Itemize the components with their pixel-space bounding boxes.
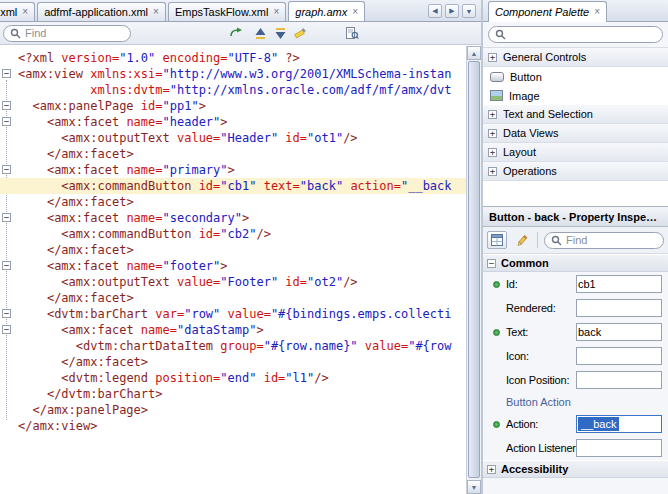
tab-label: Component Palette	[495, 6, 589, 18]
scrollbar-down-arrow[interactable]: ▼	[467, 480, 481, 494]
highlight-occurrences-icon[interactable]	[291, 24, 309, 42]
code-line[interactable]: − <dvtm:barChart var="row" value="#{bind…	[0, 306, 466, 322]
fold-toggle-icon[interactable]: −	[2, 117, 11, 126]
scrollbar-up-arrow[interactable]: ▲	[467, 46, 481, 60]
fold-toggle-icon[interactable]: −	[2, 165, 11, 174]
property-value-field-actionlistener[interactable]	[576, 439, 662, 457]
code-line[interactable]: −<amx:view xmlns:xsi="http://www.w3.org/…	[0, 66, 466, 82]
code-line[interactable]: − <amx:facet name="dataStamp">	[0, 322, 466, 338]
code-line[interactable]: <amx:outputText value="Header" id="ot1"/…	[0, 130, 466, 146]
code-line[interactable]: − <amx:facet name="primary">	[0, 162, 466, 178]
palette-group-operations[interactable]: +Operations	[483, 162, 668, 181]
section-common[interactable]: − Common	[483, 254, 668, 272]
goto-last-edit-icon[interactable]	[227, 24, 245, 42]
editor-tab-graph.amx[interactable]: graph.amx×	[288, 1, 365, 21]
fold-toggle-icon[interactable]: −	[2, 213, 11, 222]
tab-scroll-right-button[interactable]: ▶	[445, 4, 459, 18]
tab-close-icon[interactable]: ×	[153, 7, 159, 17]
tab-component-palette[interactable]: Component Palette ×	[488, 1, 607, 22]
tab-list-button[interactable]: ▼	[462, 4, 476, 18]
inspector-title: Button - back - Property Inspector	[489, 211, 662, 223]
code-line[interactable]: <amx:commandButton id="cb2"/>	[0, 226, 466, 242]
button-action-subsection: Button Action	[483, 392, 668, 412]
tab-close-icon[interactable]: ×	[22, 7, 28, 17]
fold-toggle-icon[interactable]: −	[2, 309, 11, 318]
expand-icon[interactable]: +	[488, 148, 497, 157]
tab-scroll-left-button[interactable]: ◀	[428, 4, 442, 18]
expand-icon[interactable]: +	[488, 129, 497, 138]
code-line[interactable]: <dvtm:legend position="end" id="l1"/>	[0, 370, 466, 386]
expand-icon[interactable]: +	[488, 110, 497, 119]
tab-label: graph.amx	[295, 6, 347, 18]
edit-pencil-icon[interactable]	[511, 231, 531, 249]
code-line[interactable]: </dvtm:barChart>	[0, 386, 466, 402]
palette-item-label: Layout	[503, 146, 536, 158]
palette-group-layout[interactable]: +Layout	[483, 143, 668, 162]
property-inspector-panel: Button - back - Property Inspector Find …	[483, 206, 668, 494]
property-value-field-rendered[interactable]	[576, 299, 662, 317]
property-value-field-action[interactable]: __back	[576, 415, 662, 433]
editor-tab-adfmf-application.xml[interactable]: adfmf-application.xml×	[37, 2, 166, 21]
fold-toggle-icon[interactable]: −	[2, 325, 11, 334]
code-line[interactable]: <?xml version="1.0" encoding="UTF-8" ?>	[0, 50, 466, 66]
property-value-field-iconposition[interactable]	[576, 371, 662, 389]
inspector-find-box[interactable]: Find	[544, 232, 664, 249]
code-line[interactable]: − <amx:facet name="footer">	[0, 258, 466, 274]
palette-item-image[interactable]: Image	[483, 86, 668, 105]
palette-group-data-views[interactable]: +Data Views	[483, 124, 668, 143]
find-next-icon[interactable]	[271, 24, 289, 42]
code-line[interactable]: </amx:facet>	[0, 194, 466, 210]
tab-close-icon[interactable]: ×	[594, 7, 600, 17]
code-editor[interactable]: <?xml version="1.0" encoding="UTF-8" ?>−…	[0, 46, 481, 494]
section-label: Accessibility	[501, 463, 568, 475]
expand-icon[interactable]: +	[488, 167, 497, 176]
gutter	[0, 178, 16, 194]
quick-find-box[interactable]: Find	[3, 25, 131, 42]
section-accessibility[interactable]: + Accessibility	[483, 460, 668, 478]
code-line[interactable]: − <amx:facet name="header">	[0, 114, 466, 130]
tab-close-icon[interactable]: ×	[273, 7, 279, 17]
code-line[interactable]: </amx:facet>	[0, 290, 466, 306]
code-line[interactable]: <amx:outputText value="Footer" id="ot2"/…	[0, 274, 466, 290]
code-line[interactable]: − <amx:panelPage id="pp1">	[0, 98, 466, 114]
property-value-field-icon[interactable]	[576, 347, 662, 365]
palette-item-button[interactable]: Button	[483, 67, 668, 86]
editor-tab-e.xml[interactable]: e.xml×	[0, 2, 35, 21]
fold-toggle-icon[interactable]: −	[2, 69, 11, 78]
section-label: Common	[501, 257, 549, 269]
tab-close-icon[interactable]: ×	[352, 7, 358, 17]
code-line[interactable]: </amx:facet>	[0, 242, 466, 258]
palette-search-box[interactable]	[488, 26, 663, 43]
code-line[interactable]: xmlns:dvtm="http://xmlns.oracle.com/adf/…	[0, 82, 466, 98]
code-line[interactable]: <amx:commandButton id="cb1" text="back" …	[0, 178, 466, 194]
code-line[interactable]: </amx:facet>	[0, 354, 466, 370]
palette-group-text-and-selection[interactable]: +Text and Selection	[483, 105, 668, 124]
find-previous-icon[interactable]	[251, 24, 269, 42]
editor-tab-EmpsTaskFlow.xml[interactable]: EmpsTaskFlow.xml×	[168, 2, 286, 21]
code-line[interactable]: </amx:panelPage>	[0, 402, 466, 418]
property-label: Icon Position:	[506, 374, 576, 386]
property-value-field-id[interactable]: cb1	[576, 275, 662, 293]
property-label: Action:	[506, 418, 576, 430]
code-line[interactable]: </amx:facet>	[0, 146, 466, 162]
scrollbar-thumb[interactable]	[468, 61, 480, 478]
palette-group-general-controls[interactable]: +General Controls	[483, 48, 668, 67]
expand-icon[interactable]: +	[488, 53, 497, 62]
property-value-text: back	[578, 326, 601, 338]
union-view-icon[interactable]	[487, 231, 507, 249]
fold-toggle-icon[interactable]: −	[2, 261, 11, 270]
search-icon	[10, 28, 21, 39]
code-text: </dvtm:barChart>	[16, 386, 163, 402]
collapse-icon[interactable]: −	[487, 259, 496, 268]
code-line[interactable]: <dvtm:chartDataItem group="#{row.name}" …	[0, 338, 466, 354]
search-report-icon[interactable]	[343, 24, 361, 42]
fold-toggle-icon[interactable]: −	[2, 101, 11, 110]
editor-vertical-scrollbar[interactable]: ▲ ▼	[466, 46, 481, 494]
code-line[interactable]: </amx:view>	[0, 418, 466, 434]
inspector-header[interactable]: Button - back - Property Inspector	[483, 207, 668, 227]
code-line[interactable]: − <amx:facet name="secondary">	[0, 210, 466, 226]
tab-label: EmpsTaskFlow.xml	[175, 6, 269, 18]
expand-icon[interactable]: +	[487, 465, 496, 474]
property-value-field-text[interactable]: back	[576, 323, 662, 341]
code-text: </amx:panelPage>	[16, 402, 148, 418]
